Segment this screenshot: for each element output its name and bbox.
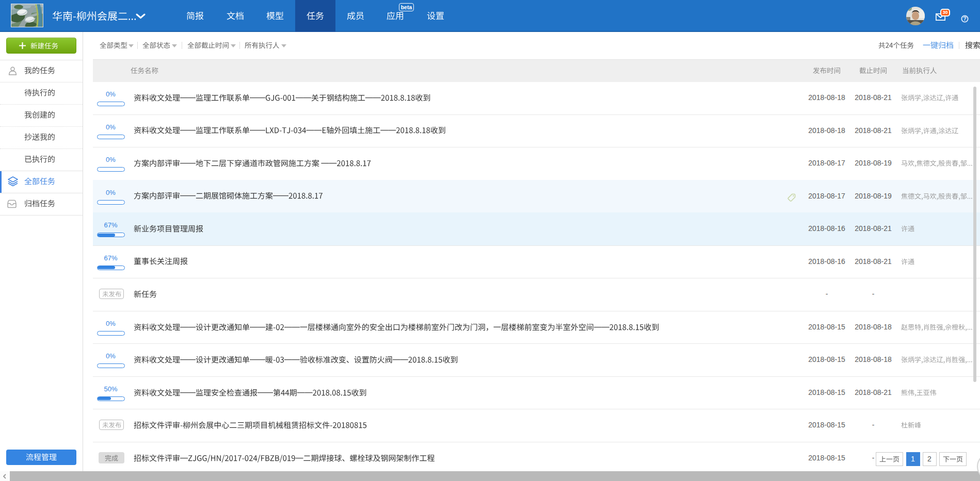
- svg-text:?: ?: [963, 15, 966, 22]
